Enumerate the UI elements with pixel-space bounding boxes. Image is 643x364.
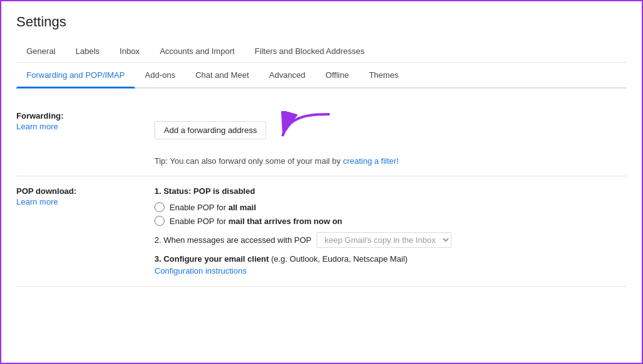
pop-step3-detail: (e.g. Outlook, Eudora, Netscape Mail) bbox=[269, 254, 408, 264]
nav-row-1: General Labels Inbox Accounts and Import… bbox=[16, 40, 627, 63]
tab-general[interactable]: General bbox=[16, 40, 65, 62]
forwarding-content: Add a forwarding address Tip: You can al bbox=[154, 111, 627, 166]
pop-option1-text: Enable POP for all mail bbox=[170, 203, 256, 212]
tab-themes[interactable]: Themes bbox=[359, 63, 409, 87]
pop-title: POP download: bbox=[16, 186, 139, 196]
pop-option1-radio[interactable] bbox=[154, 202, 165, 212]
creating-filter-link[interactable]: creating a filter! bbox=[343, 156, 399, 166]
pop-status: 1. Status: POP is disabled bbox=[154, 186, 627, 196]
pop-step3-row: 3. Configure your email client (e.g. Out… bbox=[154, 254, 627, 264]
tab-inbox[interactable]: Inbox bbox=[110, 40, 150, 62]
forwarding-learn-more[interactable]: Learn more bbox=[16, 122, 58, 131]
config-link-row: Configuration instructions bbox=[154, 264, 627, 276]
tab-forwarding-pop-imap[interactable]: Forwarding and POP/IMAP bbox=[16, 63, 135, 87]
tab-advanced[interactable]: Advanced bbox=[259, 63, 316, 87]
pop-option2-radio[interactable] bbox=[154, 216, 165, 226]
pop-label-col: POP download: Learn more bbox=[16, 186, 154, 207]
pop-option1-row: Enable POP for all mail bbox=[154, 202, 627, 212]
tab-labels[interactable]: Labels bbox=[65, 40, 109, 62]
pop-step3-label: 3. Configure your email client (e.g. Out… bbox=[154, 254, 408, 264]
pop-option2-bold: mail that arrives from now on bbox=[229, 217, 342, 226]
forwarding-section: Forwarding: Learn more Add a forwarding … bbox=[16, 101, 627, 176]
pop-step2-label: 2. When messages are accessed with POP bbox=[154, 235, 311, 245]
pop-content: 1. Status: POP is disabled Enable POP fo… bbox=[154, 186, 627, 276]
pop-option2-text: Enable POP for mail that arrives from no… bbox=[170, 217, 342, 226]
pop-learn-more[interactable]: Learn more bbox=[16, 197, 58, 206]
pop-option2-row: Enable POP for mail that arrives from no… bbox=[154, 216, 627, 226]
tab-filters-blocked[interactable]: Filters and Blocked Addresses bbox=[245, 40, 375, 62]
forwarding-label-col: Forwarding: Learn more bbox=[16, 111, 154, 132]
pop-step3-bold: 3. Configure your email client bbox=[154, 254, 269, 264]
pop-section: POP download: Learn more 1. Status: POP … bbox=[16, 176, 627, 287]
forwarding-title: Forwarding: bbox=[16, 111, 139, 120]
tab-chat-meet[interactable]: Chat and Meet bbox=[185, 63, 259, 87]
pop-step2-dropdown[interactable]: keep Gmail's copy in the Inbox bbox=[316, 232, 451, 248]
add-forwarding-button[interactable]: Add a forwarding address bbox=[154, 121, 266, 139]
tab-addons[interactable]: Add-ons bbox=[135, 63, 185, 87]
pop-option1-bold: all mail bbox=[229, 203, 256, 212]
tab-accounts-import[interactable]: Accounts and Import bbox=[149, 40, 244, 62]
page-title: Settings bbox=[16, 14, 627, 30]
tip-prefix: Tip: You can also forward only some of y… bbox=[154, 156, 343, 166]
tab-offline[interactable]: Offline bbox=[315, 63, 359, 87]
purple-arrow-icon bbox=[276, 111, 333, 149]
nav-row-2: Forwarding and POP/IMAP Add-ons Chat and… bbox=[16, 63, 627, 88]
forwarding-tip: Tip: You can also forward only some of y… bbox=[154, 156, 627, 166]
forwarding-top: Add a forwarding address bbox=[154, 111, 627, 149]
configuration-instructions-link[interactable]: Configuration instructions bbox=[154, 266, 247, 276]
content-area: Forwarding: Learn more Add a forwarding … bbox=[16, 88, 627, 287]
pop-step2-row: 2. When messages are accessed with POP k… bbox=[154, 232, 627, 248]
